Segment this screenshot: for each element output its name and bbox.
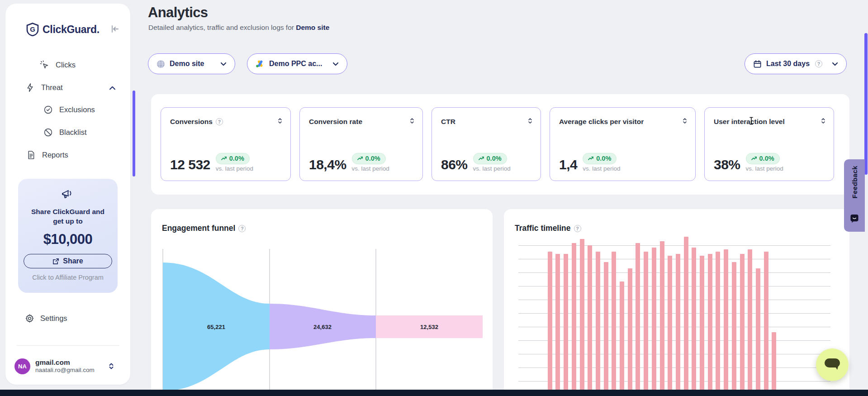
traffic-bar (692, 248, 696, 396)
share-button[interactable]: Share (24, 254, 112, 268)
ban-icon (43, 128, 53, 137)
brand-name: ClickGuard. (43, 24, 100, 36)
traffic-bar (724, 249, 728, 396)
promo-amount: $10,000 (18, 231, 118, 248)
date-range-selector[interactable]: Last 30 days ? (745, 53, 847, 74)
kpi-value: 18,4% (309, 158, 346, 172)
feedback-tab-label: Feedback (851, 166, 859, 198)
sort-chevrons-icon[interactable] (528, 118, 532, 124)
trending-up-icon (221, 156, 227, 161)
traffic-bar (772, 332, 776, 396)
kpi-value: 38% (714, 158, 740, 172)
delta-compare-label: vs. last period (352, 166, 389, 172)
funnel-value-label: 65,221 (207, 324, 225, 330)
engagement-funnel-card: Engagement funnel ? 65,221 24,632 12,532 (151, 209, 493, 396)
chat-smiley-icon (850, 214, 859, 224)
calendar-icon (753, 60, 762, 68)
kpi-summary-panel: Conversions ? 12 532 0.0% vs. last perio… (151, 94, 849, 195)
sidebar-scrollbar-thumb[interactable] (133, 91, 135, 177)
help-icon[interactable]: ? (574, 225, 581, 232)
sidebar-item-blacklist[interactable]: Blacklist (5, 121, 130, 143)
sidebar-item-reports[interactable]: Reports (5, 143, 130, 166)
chevron-down-icon (832, 62, 838, 66)
page-scrollbar-thumb[interactable] (864, 33, 868, 175)
delta-badge: 0.0% (216, 153, 250, 164)
sidebar-collapse-icon[interactable] (109, 24, 121, 35)
chevron-down-icon (220, 62, 227, 66)
affiliate-program-link[interactable]: Click to Affiliate Program (18, 274, 118, 281)
trending-up-icon (479, 156, 484, 161)
subtitle-site-name: Demo site (296, 24, 329, 31)
help-icon[interactable]: ? (238, 225, 246, 232)
kpi-label: Conversion rate (309, 118, 362, 126)
sidebar-item-settings[interactable]: Settings (5, 308, 130, 328)
avatar: NA (14, 358, 30, 374)
sidebar-item-label: Settings (40, 314, 67, 323)
site-selector[interactable]: Demo site (148, 53, 235, 74)
chevron-up-icon[interactable] (109, 83, 116, 92)
trending-up-icon (357, 156, 363, 161)
traffic-bar (764, 252, 768, 396)
ppc-account-selector[interactable]: Demo PPC ac... (247, 53, 347, 74)
gridline (518, 245, 830, 246)
date-range-value: Last 30 days (766, 60, 810, 68)
subtitle-text: Detailed analytics, traffic and exclusio… (148, 24, 296, 31)
traffic-bar (708, 254, 712, 396)
delta-compare-label: vs. last period (583, 166, 620, 172)
sort-chevrons-icon[interactable] (821, 118, 825, 124)
chevron-down-icon (332, 62, 339, 66)
kpi-label: Average clicks per visitor (559, 118, 644, 126)
sort-chevrons-icon[interactable] (278, 118, 282, 124)
traffic-bar (668, 256, 672, 396)
traffic-bar (740, 254, 745, 396)
delta-compare-label: vs. last period (746, 166, 783, 172)
gear-icon (25, 314, 34, 323)
traffic-bar-chart (518, 245, 835, 396)
sidebar: G ClickGuard. Clicks (5, 4, 130, 385)
account-switcher[interactable]: NA gmail.com naatali.ro@gmail.com (5, 353, 130, 379)
chart-title: Traffic timeline (515, 224, 571, 233)
sidebar-item-clicks[interactable]: Clicks (5, 53, 130, 76)
traffic-bar (684, 237, 688, 396)
sidebar-item-exclusions[interactable]: Exclusions (5, 98, 130, 121)
sidebar-item-label: Exclusions (59, 105, 95, 114)
trending-up-icon (588, 156, 594, 161)
brand-logo[interactable]: G ClickGuard. (26, 23, 123, 36)
sort-chevrons-icon[interactable] (683, 118, 687, 124)
help-icon[interactable]: ? (815, 60, 822, 67)
chat-bubble-icon (823, 357, 841, 373)
funnel-value-label: 24,632 (313, 324, 332, 330)
help-icon[interactable]: ? (216, 118, 223, 125)
bottom-dark-bar (0, 390, 868, 396)
affiliate-promo-card[interactable]: Share ClickGuard and get up to $10,000 S… (18, 179, 118, 293)
traffic-bar (555, 254, 560, 396)
delta-compare-label: vs. last period (216, 166, 253, 172)
kpi-label: CTR (441, 118, 455, 126)
kpi-card-avg-clicks: Average clicks per visitor 1,4 0.0% vs. … (550, 107, 696, 181)
google-ads-icon (256, 60, 265, 68)
globe-icon (157, 60, 165, 68)
traffic-bar (660, 241, 664, 396)
sidebar-item-threat[interactable]: Threat (5, 76, 130, 99)
badge-check-icon (43, 105, 53, 115)
chart-title: Engagement funnel (162, 224, 235, 233)
promo-text-line2: get up to (18, 216, 118, 226)
chat-launcher-button[interactable] (816, 348, 849, 381)
kpi-label: Conversions (170, 118, 213, 126)
megaphone-icon (18, 188, 118, 203)
analytics-dashboard: G ClickGuard. Clicks (0, 0, 868, 396)
traffic-bar (700, 256, 704, 396)
funnel-value-label: 12,532 (420, 324, 438, 330)
account-email: naatali.ro@gmail.com (35, 367, 95, 374)
text-cursor (749, 117, 754, 127)
delta-badge: 0.0% (473, 153, 507, 164)
traffic-bar (596, 252, 600, 396)
traffic-bar (548, 252, 552, 396)
traffic-bar (716, 252, 720, 396)
sort-chevrons-icon[interactable] (410, 118, 414, 124)
document-icon (26, 150, 36, 160)
page-title: Analytics (148, 5, 208, 21)
feedback-tab[interactable]: Feedback (844, 159, 865, 232)
kpi-value: 1,4 (559, 158, 577, 172)
svg-text:G: G (30, 25, 35, 33)
